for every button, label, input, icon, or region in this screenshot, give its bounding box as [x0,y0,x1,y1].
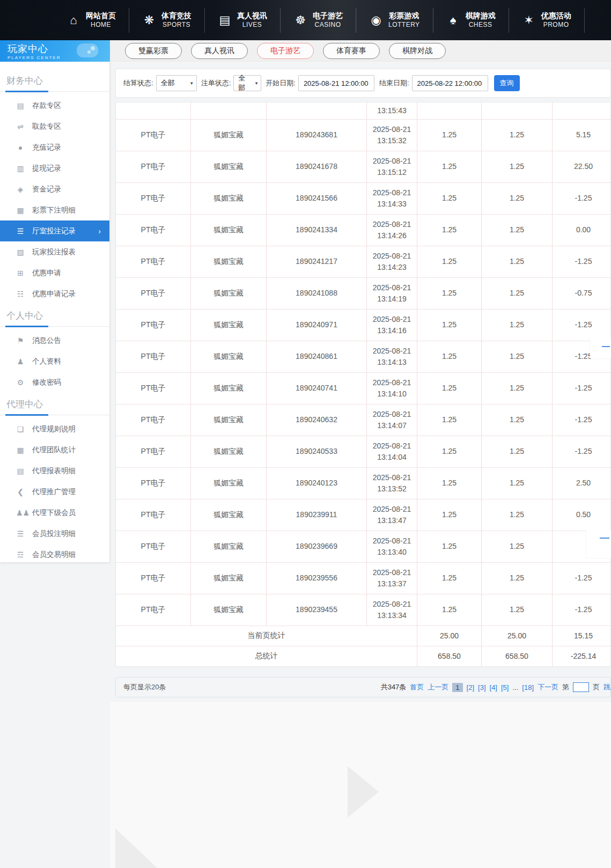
cell-platform: PT电子 [116,562,191,594]
sidebar-item-label: 消息公告 [32,336,61,345]
cell-valid: 1.25 [482,309,553,341]
cell-date: 2025-08-21 [367,251,417,261]
nav-item-3[interactable]: ☸ 电子游艺 CASINO [281,8,356,33]
table-row-partial: 13:15:43 [116,102,611,119]
cell-valid: 1.25 [482,277,553,309]
cell-winloss: 5.15 [553,119,611,151]
jump-suffix-label: 页 [593,682,600,692]
end-date-input[interactable]: 2025-08-22 12:00:00 [412,75,488,91]
page-link-3[interactable]: [5] [501,683,509,692]
cell-date: 2025-08-21 [367,504,417,514]
cell-platform: PT电子 [116,467,191,499]
sidebar-item-finance-0[interactable]: ▤ 存款专区 [0,95,109,116]
nav-label-zh: 彩票游戏 [389,11,419,20]
next-page-link[interactable]: 下一页 [538,682,558,692]
top-navigation: ⌂ 网站首页 HOME ❋ 体育竞技 SPORTS ▤ 真人视讯 LIVES ☸ [0,0,611,40]
cell-bet [417,102,482,119]
sidebar-item-finance-7[interactable]: ▧ 玩家投注报表 [0,241,109,262]
nav-label-zh: 棋牌游戏 [466,11,496,20]
section-heading: 个人中心 [0,304,109,326]
page-link-0[interactable]: [2] [467,683,474,692]
cell-platform: PT电子 [116,499,191,531]
query-button[interactable]: 查询 [494,75,520,91]
sidebar-header: 玩家中心 PLAYERS CENTER [0,40,110,62]
nav-item-2[interactable]: ▤ 真人视讯 LIVES [205,8,281,33]
sidebar-item-finance-9[interactable]: ☷ 优惠申请记录 [0,283,109,304]
cell-datetime: 2025-08-21 13:14:33 [367,182,417,214]
cell-game: 狐媚宝藏 [191,341,267,372]
last-page-link[interactable]: [18] [522,683,534,692]
start-date-input[interactable]: 2025-08-21 12:00:00 [298,75,374,91]
cell-platform: PT电子 [116,594,191,626]
sidebar-item-finance-4[interactable]: ◈ 资金记录 [0,179,109,200]
cell-game: 狐媚宝藏 [191,562,267,594]
sidebar-item-agent-0[interactable]: ❏ 代理规则说明 [0,418,109,439]
nav-item-1[interactable]: ❋ 体育竞技 SPORTS [129,8,205,33]
tab-4[interactable]: 棋牌对战 [389,43,446,59]
nav-label-zh: 网站首页 [86,11,116,20]
nav-item-5[interactable]: ♠ 棋牌游戏 CHESS [433,8,509,33]
gift-icon: ✶ [522,14,536,26]
settle-status-select[interactable]: 全部 ▾ [156,75,197,91]
jump-page-input[interactable] [573,682,589,692]
nav-item-0[interactable]: ⌂ 网站首页 HOME [54,8,129,33]
sidebar-item-agent-5[interactable]: ☰ 会员投注明细 [0,523,109,544]
nav-item-4[interactable]: ◉ 彩票游戏 LOTTERY [356,8,433,33]
tab-2[interactable]: 电子游艺 [257,43,314,59]
sidebar-item-personal-1[interactable]: ♟ 个人资料 [0,351,109,372]
order-status-label: 注单状态: [201,78,231,88]
cell-platform: PT电子 [116,309,191,341]
sidebar-item-finance-5[interactable]: ▦ 彩票下注明细 [0,200,109,220]
prev-page-link[interactable]: 上一页 [428,682,448,692]
nav-item-6[interactable]: ✶ 优惠活动 PROMO [509,8,585,33]
tab-1[interactable]: 真人视讯 [191,43,248,59]
jump-go-link[interactable]: 跳 [603,682,610,692]
cell-time: 13:14:26 [367,230,417,241]
sidebar-item-agent-4[interactable]: ♟♟ 代理下级会员 [0,502,109,523]
nav-label-zh: 优惠活动 [541,11,571,20]
table-row-0: PT电子 狐媚宝藏 1890243681 2025-08-21 13:15:32… [116,119,611,151]
tab-3[interactable]: 体育赛事 [323,43,380,59]
chevron-down-icon: ▾ [190,80,193,86]
first-page-link[interactable]: 首页 [410,682,424,692]
sidebar-item-agent-6[interactable]: ☲ 会员交易明细 [0,544,109,562]
cell-order-no: 1890239556 [267,562,367,594]
sidebar-item-finance-2[interactable]: ● 充值记录 [0,137,109,158]
order-status-select[interactable]: 全部 ▾ [233,75,261,91]
table-row-6: PT电子 狐媚宝藏 1890240971 2025-08-21 13:14:16… [116,309,611,341]
sidebar-item-personal-2[interactable]: ⚙ 修改密码 [0,372,109,393]
nav-label-zh: 体育竞技 [161,11,192,20]
sidebar-item-finance-6[interactable]: ☰ 厅室投注记录 › [0,220,109,241]
cell-winloss: -1.25 [553,594,611,626]
page-summary-valid: 25.00 [482,626,553,646]
sidebar-item-personal-0[interactable]: ⚑ 消息公告 [0,330,109,351]
cell-order-no: 1890240632 [267,404,367,436]
page-link-1[interactable]: [3] [478,683,485,692]
tab-0[interactable]: 雙赢彩票 [125,43,182,59]
cell-platform: PT电子 [116,182,191,214]
sidebar-item-agent-2[interactable]: ▤ 代理报表明细 [0,460,109,481]
sidebar-item-finance-8[interactable]: ⊞ 优惠申请 [0,262,109,283]
cell-datetime: 2025-08-21 13:14:16 [367,309,417,341]
sidebar-section-personal: 个人中心 ⚑ 消息公告 ♟ 个人资料 ⚙ 修改密码 [0,304,109,393]
floating-widget-link [600,538,609,539]
cell-winloss: -1.25 [553,562,611,594]
cell-game: 狐媚宝藏 [191,372,267,404]
sidebar-item-agent-3[interactable]: ❮ 代理推广管理 [0,481,109,502]
table-row-5: PT电子 狐媚宝藏 1890241088 2025-08-21 13:14:19… [116,277,611,309]
cell-time: 13:13:40 [367,547,417,557]
sidebar-item-finance-3[interactable]: ▥ 提现记录 [0,158,109,179]
cell-bet: 1.25 [417,151,482,182]
sidebar-item-finance-1[interactable]: ⇌ 取款专区 [0,116,109,137]
cell-valid: 1.25 [482,214,553,246]
cell-winloss: -1.25 [553,372,611,404]
cell-bet: 1.25 [417,467,482,499]
sidebar-item-agent-1[interactable]: ▦ 代理团队统计 [0,439,109,460]
cell-bet: 1.25 [417,214,482,246]
lottery-bet-detail-icon: ▦ [16,206,25,215]
page-link-2[interactable]: [4] [490,683,497,692]
cell-order-no: 1890240971 [267,309,367,341]
promo-apply-record-icon: ☷ [16,290,25,298]
cell-game: 狐媚宝藏 [191,277,267,309]
sidebar-section-agent: 代理中心 ❏ 代理规则说明 ▦ 代理团队统计 ▤ 代理报表明细 ❮ 代 [0,393,109,562]
